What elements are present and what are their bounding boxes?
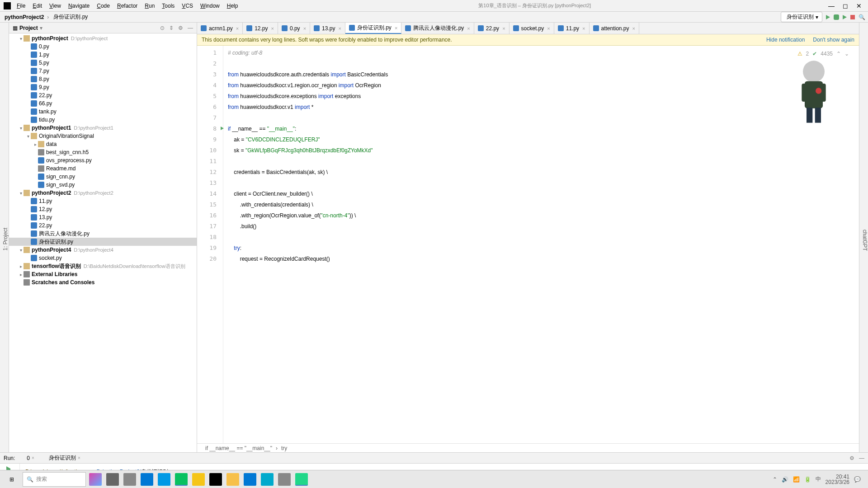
tree-item[interactable]: tidu.py [9,116,197,124]
breadcrumb-file[interactable]: 身份证识别.py [50,12,90,22]
hide-icon[interactable]: — [188,25,193,31]
editor-tab[interactable]: 22.py× [474,23,509,34]
sound-icon[interactable]: 🔊 [782,476,788,483]
close-tab-icon[interactable]: × [547,26,550,31]
tree-item[interactable]: ▾pythonProject1D:\pythonProject1 [9,124,197,132]
mail-icon[interactable] [158,473,170,486]
editor-tab[interactable]: 13.py× [310,23,345,34]
notification-icon[interactable]: 💬 [854,476,861,483]
menu-run[interactable]: Run [142,1,158,10]
maximize-icon[interactable]: ◻ [843,2,848,9]
close-tab-icon[interactable]: × [395,25,397,31]
tree-item[interactable]: socket.py [9,254,197,262]
menu-code[interactable]: Code [94,1,113,10]
code-line[interactable]: from huaweicloudsdkcore.auth.credentials… [228,69,859,80]
tree-item[interactable]: sign_cnn.py [9,173,197,181]
collapse-icon[interactable]: ⇕ [169,25,174,31]
tree-item[interactable]: ▾OriginalVibrationSignal [9,132,197,140]
tree-item[interactable]: sign_svd.py [9,181,197,189]
tree-item[interactable]: 1.py [9,51,197,59]
system-tray[interactable]: ⌃ 🔊 📶 🔋 中 20:412023/3/26 💬 [773,474,865,485]
tree-item[interactable]: 9.py [9,83,197,91]
start-button[interactable]: ⊞ [3,472,21,487]
code-line[interactable]: from huaweicloudsdkcore.exceptions impor… [228,91,859,102]
menu-window[interactable]: Window [197,1,223,10]
tree-item[interactable]: 8.py [9,75,197,83]
editor-tab[interactable]: acrnn1.py× [197,23,243,34]
minimize-icon[interactable]: — [828,2,835,9]
close-tab-icon[interactable]: × [271,26,274,31]
code-line[interactable]: sk = "GkWLfpBGqFRJcg3qh0hBtJBrqzxdbEf0gZ… [228,145,859,156]
tree-item[interactable]: 12.py [9,205,197,213]
qq-icon[interactable] [209,473,222,486]
editor-tab[interactable]: attention.py× [590,23,639,34]
code-line[interactable]: request = RecognizeIdCardRequest() [228,253,859,264]
edge-icon[interactable] [244,473,256,486]
editor-tab[interactable]: 身份证识别.py× [345,23,401,34]
code-line[interactable] [228,178,859,188]
taskbar-app-icon[interactable] [123,473,136,486]
tree-item[interactable]: 0.py [9,42,197,51]
code-line[interactable]: # coding: utf-8 [228,47,859,58]
taskbar-clock[interactable]: 20:412023/3/26 [826,474,849,485]
code-line[interactable]: from huaweicloudsdkocr.v1.region.ocr_reg… [228,80,859,91]
tree-item[interactable]: ▸External Libraries [9,270,197,278]
dont-show-again-link[interactable]: Don't show again [813,37,854,43]
breadcrumb-project[interactable]: pythonProject2 [3,13,46,21]
code-line[interactable]: credentials = BasicCredentials(ak, sk) \ [228,167,859,178]
tree-item[interactable]: ▾pythonProjectD:\pythonProject [9,34,197,42]
browser-icon[interactable] [261,473,274,486]
tree-item[interactable]: Readme.md [9,164,197,173]
close-tab-icon[interactable]: × [582,26,585,31]
explorer-icon[interactable] [226,473,239,486]
project-tool-button[interactable]: 1: Project [2,228,9,251]
tree-item[interactable]: 22.py [9,221,197,230]
locate-icon[interactable]: ⊙ [160,25,165,31]
code-line[interactable]: .with_credentials(credentials) \ [228,199,859,210]
code-line[interactable]: if __name__ == "__main__": [228,123,859,134]
close-tab-icon[interactable]: × [467,26,470,31]
tray-chevron-icon[interactable]: ⌃ [773,476,777,483]
wifi-icon[interactable]: 📶 [793,476,800,483]
tree-item[interactable]: 身份证识别.py [9,238,197,246]
tree-item[interactable]: ▸data [9,140,197,148]
run-tab-0[interactable]: 0× [22,454,37,462]
editor-tab[interactable]: 0.py× [278,23,310,34]
debug-button[interactable] [834,14,839,20]
code-line[interactable]: ak = "CV6DCDINCLZEDUQLFERJ" [228,134,859,145]
code-line[interactable] [228,232,859,243]
tree-item[interactable]: Scratches and Consoles [9,278,197,286]
close-tab-icon[interactable]: × [502,26,505,31]
run-config-dropdown[interactable]: 身份证识别 ▾ [781,12,822,22]
tree-item[interactable]: ▾pythonProject4D:\pythonProject4 [9,246,197,254]
menu-navigate[interactable]: Navigate [65,1,93,10]
tree-item[interactable]: 66.py [9,99,197,108]
menu-refactor[interactable]: Refactor [114,1,141,10]
gear-icon[interactable]: ⚙ [849,455,854,461]
tree-item[interactable]: best_sign_cnn.h5 [9,148,197,156]
code-editor[interactable]: 1234567891011121314151617181920 ⚠2 ✔4435… [197,46,859,443]
taskbar-app-icon[interactable] [89,473,102,486]
pycharm-taskbar-icon[interactable] [295,473,308,486]
tree-item[interactable]: ovs_preprocess.py [9,156,197,164]
editor-tab[interactable]: 腾讯云人像动漫化.py× [401,23,474,34]
tree-item[interactable]: tank.py [9,108,197,116]
taskbar-search[interactable]: 🔍 搜索 [23,472,86,487]
code-line[interactable] [228,58,859,69]
menu-edit[interactable]: Edit [29,1,45,10]
run-tab-current[interactable]: 身份证识别× [44,453,83,463]
ime-icon[interactable]: 中 [816,475,821,483]
code-line[interactable]: .build() [228,221,859,232]
code-line[interactable]: from huaweicloudsdkocr.v1 import * [228,102,859,113]
editor-tab[interactable]: 12.py× [243,23,278,34]
editor-tab[interactable]: 11.py× [554,23,590,34]
chatgpt-tool-button[interactable]: chatGPT [859,230,868,251]
tree-item[interactable]: ▾pythonProject2D:\pythonProject2 [9,189,197,197]
chevron-down-icon[interactable]: ▾ [40,25,42,31]
close-tab-icon[interactable]: × [632,26,635,31]
taskview-icon[interactable] [106,473,119,486]
tree-item[interactable]: 腾讯云人像动漫化.py [9,230,197,238]
store-icon[interactable] [141,473,153,486]
tree-item[interactable]: 13.py [9,213,197,221]
code-line[interactable] [228,156,859,167]
